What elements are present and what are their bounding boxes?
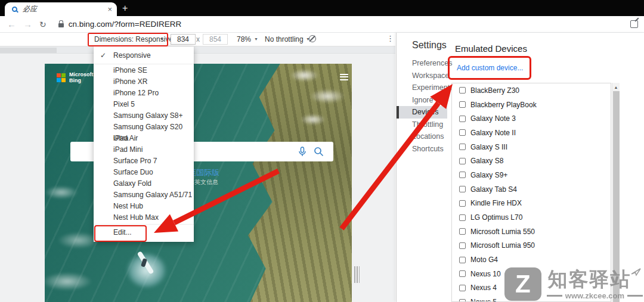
checkbox-icon[interactable] xyxy=(459,172,466,178)
add-custom-device-button[interactable]: Add custom device... xyxy=(457,64,523,72)
device-option[interactable]: Surface Pro 7 xyxy=(94,155,194,167)
checkmark-icon: ✓ xyxy=(100,48,106,63)
clear-icon[interactable] xyxy=(309,35,316,42)
device-label: Galaxy S8 xyxy=(470,157,503,165)
lock-icon[interactable] xyxy=(58,23,64,27)
checkbox-icon[interactable] xyxy=(459,200,466,207)
checkbox-icon[interactable] xyxy=(459,116,466,122)
bing-favicon-icon xyxy=(12,7,17,12)
watermark-dash xyxy=(547,295,562,297)
device-label: Galaxy S III xyxy=(470,143,507,151)
device-checkbox-row[interactable]: Galaxy S III xyxy=(452,140,611,154)
viewport-width-input[interactable] xyxy=(171,34,196,45)
back-icon[interactable]: ← xyxy=(7,19,16,29)
device-dropdown-menu: ✓ Responsive iPhone SEiPhone XRiPhone 12… xyxy=(94,46,194,242)
settings-nav-item[interactable]: Preferences xyxy=(397,57,447,70)
viewport-height-input[interactable] xyxy=(203,34,228,45)
device-option[interactable]: Surface Duo xyxy=(94,167,194,178)
device-checkbox-row[interactable]: Galaxy S8 xyxy=(452,154,611,168)
new-tab-button[interactable]: + xyxy=(122,3,128,14)
checkbox-icon[interactable] xyxy=(459,158,466,164)
device-checkbox-row[interactable]: Moto G4 xyxy=(452,253,611,267)
scrollbar-grip[interactable] xyxy=(354,266,360,283)
device-option[interactable]: iPhone SE xyxy=(94,65,194,76)
kebab-menu-icon[interactable]: ⋮ xyxy=(386,34,394,43)
device-checkbox-row[interactable]: BlackBerry Z30 xyxy=(452,83,611,98)
device-option[interactable]: Pixel 5 xyxy=(94,99,194,110)
device-checkbox-row[interactable]: Blackberry PlayBook xyxy=(452,98,611,112)
checkbox-icon[interactable] xyxy=(459,257,466,263)
tab-close-icon[interactable]: × xyxy=(107,5,112,14)
emulated-viewport: Microsoft Bing 至国际版 球英文信息 xyxy=(45,64,352,302)
checkbox-icon[interactable] xyxy=(459,214,466,221)
device-label: Galaxy S9+ xyxy=(470,171,507,179)
paper-plane-icon xyxy=(631,267,642,277)
device-label: BlackBerry Z30 xyxy=(470,86,519,95)
device-checkbox-row[interactable]: LG Optimus L70 xyxy=(452,210,611,225)
hamburger-menu-icon[interactable] xyxy=(340,74,348,80)
device-label: Blackberry PlayBook xyxy=(470,101,537,109)
settings-nav-item[interactable]: Shortcuts xyxy=(397,143,447,155)
share-icon[interactable] xyxy=(630,20,638,28)
checkbox-icon[interactable] xyxy=(459,186,466,192)
chevron-down-icon[interactable]: ▼ xyxy=(254,37,258,41)
address-bar-url[interactable]: cn.bing.com/?form=REDIRERR xyxy=(69,20,181,29)
device-checkbox-row[interactable]: Kindle Fire HDX xyxy=(452,197,611,211)
device-label: Kindle Fire HDX xyxy=(470,199,522,207)
browser-tab[interactable]: 必应 × xyxy=(5,2,117,16)
throttling-dropdown[interactable]: No throttling xyxy=(265,35,304,43)
checkbox-icon[interactable] xyxy=(459,129,466,136)
search-icon[interactable] xyxy=(314,147,324,157)
device-option[interactable]: Galaxy Fold xyxy=(94,178,194,189)
device-option[interactable]: Samsung Galaxy S8+ xyxy=(94,110,194,122)
menu-divider xyxy=(94,64,194,64)
settings-nav-item[interactable]: Locations xyxy=(397,130,447,143)
reload-icon[interactable]: ↻ xyxy=(39,20,47,29)
device-checkbox-row[interactable]: Galaxy Tab S4 xyxy=(452,182,611,197)
device-option[interactable]: Samsung Galaxy A51/71 xyxy=(94,189,194,201)
device-checkbox-row[interactable]: Microsoft Lumia 550 xyxy=(452,225,611,239)
device-option[interactable]: iPhone XR xyxy=(94,76,194,88)
checkbox-icon[interactable] xyxy=(459,270,466,277)
settings-panel: Settings PreferencesWorkspaceExperiments… xyxy=(396,33,644,302)
checkbox-icon[interactable] xyxy=(459,228,466,235)
device-option[interactable]: iPad Mini xyxy=(94,144,194,155)
device-option[interactable]: Samsung Galaxy S20 Ultra xyxy=(94,122,194,133)
scroll-up-icon[interactable]: ▲ xyxy=(612,83,620,91)
device-label: Microsoft Lumia 550 xyxy=(470,228,535,236)
bing-logo-text: Microsoft Bing xyxy=(69,71,94,83)
edit-menu-item[interactable]: Edit... xyxy=(94,225,194,240)
device-label: Microsoft Lumia 950 xyxy=(470,241,535,250)
device-option[interactable]: iPad Air xyxy=(94,133,194,144)
microphone-icon[interactable] xyxy=(298,147,306,157)
device-label: Nexus 4 xyxy=(470,284,497,292)
device-label: Galaxy Note 3 xyxy=(470,114,516,123)
settings-nav-item[interactable]: Experiments xyxy=(397,82,447,94)
checkbox-icon[interactable] xyxy=(459,285,466,291)
forward-icon[interactable]: → xyxy=(23,19,32,29)
dimension-separator: x xyxy=(196,35,200,43)
device-option[interactable]: iPhone 12 Pro xyxy=(94,88,194,99)
settings-nav-item[interactable]: Devices xyxy=(397,106,447,119)
settings-title: Settings xyxy=(412,40,447,51)
device-option[interactable]: Nest Hub xyxy=(94,201,194,212)
chevron-down-icon[interactable]: ▼ xyxy=(160,37,164,41)
checkbox-icon[interactable] xyxy=(459,242,466,249)
device-checkbox-row[interactable]: Galaxy Note II xyxy=(452,126,611,140)
checkbox-icon[interactable] xyxy=(459,87,466,94)
device-checkbox-row[interactable]: Galaxy Note 3 xyxy=(452,111,611,126)
settings-nav-item[interactable]: Workspace xyxy=(397,70,447,82)
settings-nav-item[interactable]: Ignore List xyxy=(397,94,447,107)
device-checkbox-row[interactable]: Microsoft Lumia 950 xyxy=(452,239,611,253)
zoom-dropdown[interactable]: 78% xyxy=(237,35,251,43)
settings-nav-item[interactable]: Throttling xyxy=(397,119,447,131)
watermark-site: www.zkcee.com xyxy=(565,291,624,300)
device-option-list: iPhone SEiPhone XRiPhone 12 ProPixel 5Sa… xyxy=(94,65,194,223)
selected-device-label: Responsive xyxy=(113,51,151,60)
device-option-responsive[interactable]: ✓ Responsive xyxy=(94,48,194,63)
device-option[interactable]: Nest Hub Max xyxy=(94,212,194,223)
device-checkbox-row[interactable]: Galaxy S9+ xyxy=(452,168,611,182)
checkbox-icon[interactable] xyxy=(459,101,466,108)
checkbox-icon[interactable] xyxy=(459,299,466,302)
checkbox-icon[interactable] xyxy=(459,144,466,150)
